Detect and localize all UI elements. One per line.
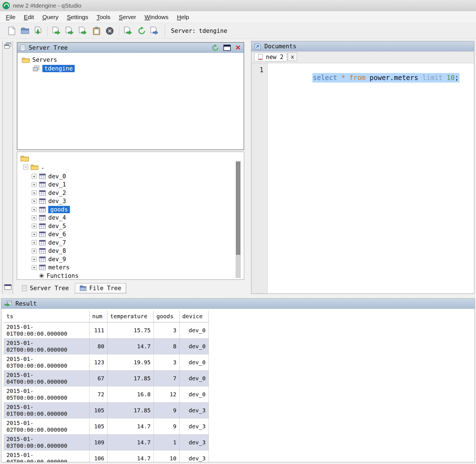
new-file-icon[interactable]	[7, 26, 17, 36]
sql-code-line[interactable]: select * from power.meters limit 10;	[272, 66, 459, 90]
collapse-icon[interactable]: −	[23, 165, 28, 169]
tree-item-database-root[interactable]: − .	[23, 163, 244, 171]
expand-icon[interactable]: +	[32, 199, 36, 204]
paste-icon[interactable]	[91, 26, 102, 36]
table-row[interactable]: 2015-01-05T00:00:00.0000007216.812dev_0	[4, 386, 209, 402]
tree-item-label[interactable]: meters	[48, 264, 70, 271]
refresh-schedule-icon[interactable]	[137, 26, 147, 36]
sql-statement[interactable]: select * from power.meters limit 10;	[312, 73, 459, 83]
menu-settings[interactable]: Settings	[63, 12, 92, 22]
tree-item-label[interactable]: dev_9	[48, 256, 66, 263]
tree-item-dev_1[interactable]: +dev_1	[32, 181, 244, 189]
menu-help[interactable]: Help	[173, 12, 193, 22]
tab-new-2[interactable]: new 2	[254, 53, 287, 62]
menu-server[interactable]: Server	[115, 12, 140, 22]
menu-tools[interactable]: Tools	[92, 12, 115, 22]
open-file-icon[interactable]	[20, 26, 30, 36]
tree-item-label[interactable]: goods	[48, 206, 70, 213]
expand-icon[interactable]: +	[32, 232, 36, 237]
tree-item-label[interactable]: .	[41, 163, 45, 170]
expand-icon[interactable]: +	[32, 265, 36, 270]
tab-file-tree[interactable]: File Tree	[75, 283, 126, 293]
app-logo-icon	[2, 2, 10, 10]
tab-label[interactable]: new 2	[266, 54, 283, 60]
tree-item-goods[interactable]: +goods	[32, 205, 244, 214]
tree-item-tdengine[interactable]: tdengine	[32, 64, 244, 73]
tree-item-dev_0[interactable]: +dev_0	[32, 172, 244, 181]
expand-icon[interactable]: +	[32, 182, 36, 187]
tree-item-label[interactable]: Functions	[47, 272, 79, 279]
table-row[interactable]: 2015-01-02T00:00:00.00000010514.79dev_3	[4, 418, 209, 435]
tree-item-dev_5[interactable]: +dev_5	[32, 222, 244, 230]
menu-windows[interactable]: Windows	[140, 12, 173, 22]
expand-icon[interactable]: +	[32, 174, 36, 179]
tree-item-label[interactable]: dev_8	[48, 247, 66, 254]
table-row[interactable]: 2015-01-01T00:00:00.00000010517.859dev_3	[4, 402, 209, 418]
server-input[interactable]	[199, 28, 241, 34]
table-row[interactable]: 2015-01-03T00:00:00.00000010914.71dev_3	[4, 435, 209, 451]
tree-item-dev_7[interactable]: +dev_7	[32, 238, 244, 247]
expand-icon[interactable]: +	[32, 215, 36, 220]
tree-item-label[interactable]: dev_5	[48, 223, 66, 229]
table-row[interactable]: 2015-01-04T00:00:00.00000010614.710dev_3	[4, 451, 209, 462]
table-row[interactable]: 2015-01-01T00:00:00.00000011115.753dev_0	[4, 322, 209, 338]
tab-close-button[interactable]: x	[288, 53, 297, 61]
close-icon[interactable]: ✕	[235, 44, 241, 51]
tree-item-label[interactable]: dev_0	[48, 173, 66, 180]
export-icon[interactable]	[150, 26, 160, 36]
tab-label[interactable]: Server Tree	[30, 285, 69, 292]
stop-icon[interactable]	[105, 26, 115, 36]
tab-label[interactable]: File Tree	[89, 285, 121, 292]
menu-file[interactable]: File	[2, 12, 20, 22]
tree-item-dev_6[interactable]: +dev_6	[32, 230, 244, 239]
col-header-device[interactable]: device	[179, 310, 209, 322]
run-script-icon[interactable]	[123, 26, 134, 36]
expand-icon[interactable]: +	[32, 257, 36, 261]
table-row[interactable]: 2015-01-02T00:00:00.0000008014.78dev_0	[4, 338, 209, 354]
tree-item-label[interactable]: Servers	[32, 56, 57, 63]
tree-item-functions[interactable]: Functions	[39, 272, 244, 280]
tree-item-label[interactable]: dev_7	[48, 239, 66, 246]
save-icon[interactable]	[33, 26, 43, 36]
tree-item-dev_3[interactable]: +dev_3	[32, 197, 244, 206]
refresh-icon[interactable]	[212, 44, 219, 51]
col-header-num[interactable]: num	[89, 310, 107, 322]
server-tree-title: Server Tree	[29, 44, 68, 51]
menu-edit[interactable]: Edit	[20, 12, 38, 22]
tree-item-dev_2[interactable]: +dev_2	[32, 189, 244, 197]
col-header-goods[interactable]: goods	[154, 310, 179, 322]
run-selection-icon[interactable]	[78, 26, 88, 36]
tree-item-label[interactable]: dev_2	[48, 190, 66, 196]
col-header-ts[interactable]: ts	[4, 310, 89, 322]
tree-item-label[interactable]: dev_1	[48, 181, 66, 188]
run-query-icon[interactable]	[52, 26, 62, 36]
menu-query[interactable]: Query	[38, 12, 63, 22]
tree-item-label[interactable]: dev_4	[48, 214, 66, 221]
expand-icon[interactable]: +	[32, 190, 36, 195]
tree-item-meters[interactable]: +meters	[32, 263, 244, 272]
expand-icon[interactable]: +	[32, 207, 36, 212]
tree-item-dev_4[interactable]: +dev_4	[32, 214, 244, 222]
scrollbar-thumb[interactable]	[236, 162, 240, 255]
windows-stack-icon[interactable]	[4, 42, 12, 49]
popout-window-icon[interactable]	[223, 45, 231, 51]
tree-scrollbar[interactable]	[236, 161, 241, 278]
sql-editor[interactable]: 1 select * from power.meters limit 10;	[251, 63, 474, 294]
result-body: tsnumtemperaturegoodsdevice2015-01-01T00…	[1, 309, 475, 462]
expand-icon[interactable]: +	[32, 224, 36, 228]
tree-item-dev_9[interactable]: +dev_9	[32, 255, 244, 263]
run-line-icon[interactable]	[65, 26, 75, 36]
minimized-window-icon[interactable]	[4, 284, 12, 290]
root-folder-icon[interactable]	[20, 155, 244, 162]
tab-server-tree[interactable]: Server Tree	[17, 283, 73, 293]
tree-item-label[interactable]: dev_3	[48, 198, 66, 204]
tree-item-dev_8[interactable]: +dev_8	[32, 247, 244, 255]
expand-icon[interactable]: +	[32, 240, 36, 245]
table-row[interactable]: 2015-01-03T00:00:00.00000012319.953dev_0	[4, 354, 209, 370]
tree-item-label[interactable]: dev_6	[48, 231, 66, 238]
tree-item-servers[interactable]: Servers	[22, 56, 244, 64]
table-row[interactable]: 2015-01-04T00:00:00.0000006717.857dev_0	[4, 370, 209, 386]
expand-icon[interactable]: +	[32, 249, 36, 253]
col-header-temperature[interactable]: temperature	[107, 310, 154, 322]
tree-item-label[interactable]: tdengine	[42, 65, 75, 72]
